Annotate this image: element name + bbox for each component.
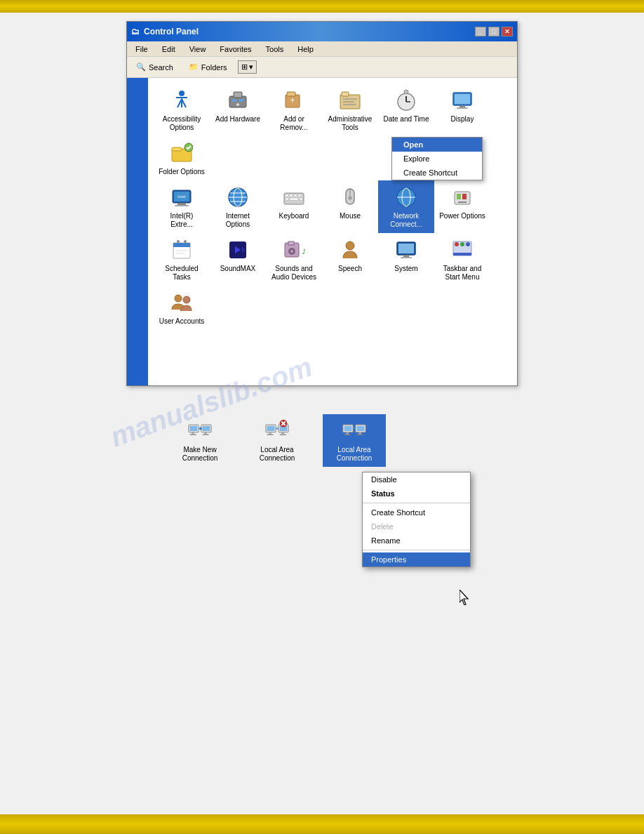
svg-rect-50 (457, 194, 461, 199)
svg-rect-92 (267, 435, 274, 435)
date-time-label: Date and Time (383, 115, 429, 124)
svg-rect-2 (234, 92, 242, 98)
icon-system[interactable]: System (378, 233, 434, 286)
cursor (459, 590, 469, 607)
icon-admin-tools[interactable]: AdministrativeTools (322, 84, 378, 136)
add-hardware-label: Add Hardware (215, 115, 260, 124)
icon-folder-options[interactable]: Folder Options (154, 136, 210, 180)
svg-rect-27 (177, 203, 186, 205)
display-label: Display (451, 115, 474, 124)
svg-rect-91 (269, 432, 271, 435)
icon-add-remove[interactable]: + Add orRemov... (266, 84, 322, 136)
user-accounts-label: User Accounts (159, 317, 204, 326)
svg-rect-4 (239, 99, 243, 102)
svg-point-56 (184, 240, 187, 243)
svg-rect-82 (190, 435, 196, 435)
content-area: AccessibilityOptions Add Hardware + Add … (127, 78, 517, 385)
window-title: Control Panel (144, 27, 199, 37)
scheduled-tasks-icon (169, 237, 194, 263)
icon-local-area-1[interactable]: Local AreaConnection (246, 414, 309, 467)
keyboard-icon (281, 185, 307, 210)
svg-rect-40 (286, 198, 288, 200)
make-new-connection-icon (187, 418, 213, 444)
svg-rect-42 (300, 198, 302, 200)
icon-add-hardware[interactable]: Add Hardware (210, 84, 266, 136)
icon-internet-options[interactable]: InternetOptions (210, 180, 266, 233)
ctx2-delete[interactable]: Delete (363, 519, 470, 534)
ctx1-explore[interactable]: Explore (392, 152, 482, 166)
maximize-button[interactable]: □ (488, 27, 499, 37)
svg-point-17 (404, 90, 408, 94)
menu-view[interactable]: View (187, 44, 209, 55)
ctx2-create-shortcut[interactable]: Create Shortcut (363, 505, 470, 519)
svg-text:+: + (290, 95, 295, 105)
svg-rect-90 (267, 426, 275, 431)
icon-keyboard[interactable]: Keyboard (266, 180, 322, 233)
icon-accessibility[interactable]: AccessibilityOptions (154, 84, 210, 136)
icon-date-time[interactable]: Date and Time (378, 84, 434, 136)
svg-rect-106 (357, 426, 365, 431)
svg-marker-110 (459, 590, 468, 605)
icon-power-options[interactable]: Power Options (434, 180, 490, 233)
menu-bar: File Edit View Favorites Tools Help (127, 41, 517, 57)
views-button[interactable]: ⊞ ▾ (238, 60, 257, 74)
icon-speech[interactable]: Speech (322, 233, 378, 286)
menu-edit[interactable]: Edit (159, 44, 178, 55)
title-bar: 🗂 Control Panel _ □ ✕ (127, 22, 517, 41)
folders-button[interactable]: 📁 Folders (184, 60, 232, 74)
ctx1-create-shortcut[interactable]: Create Shortcut (392, 166, 482, 180)
icon-local-area-2[interactable]: Local AreaConnection (323, 414, 386, 467)
ctx2-properties[interactable]: Properties (363, 552, 470, 567)
ctx2-disable[interactable]: Disable (363, 472, 470, 486)
svg-point-76 (466, 242, 470, 246)
internet-options-icon (225, 185, 250, 210)
svg-rect-3 (232, 99, 236, 102)
svg-point-0 (179, 91, 185, 96)
ctx2-status[interactable]: Status (363, 486, 470, 501)
icon-scheduled-tasks[interactable]: ScheduledTasks (154, 233, 210, 286)
icon-intel[interactable]: Intel Intel(R)Extre... (154, 180, 210, 233)
date-time-icon (394, 88, 419, 113)
ctx2-rename[interactable]: Rename (363, 534, 470, 548)
minimize-button[interactable]: _ (475, 27, 486, 37)
svg-rect-39 (298, 194, 301, 197)
icon-display[interactable]: Display (434, 84, 490, 136)
svg-rect-107 (358, 432, 361, 435)
views-dropdown-arrow: ▾ (249, 62, 253, 72)
local-area-2-icon (342, 418, 367, 444)
intel-icon: Intel (169, 185, 194, 210)
svg-rect-81 (192, 432, 194, 435)
toolbar: 🔍 Search 📁 Folders ⊞ ▾ (127, 57, 517, 78)
add-remove-icon: + (281, 88, 307, 113)
menu-tools[interactable]: Tools (263, 44, 287, 55)
svg-point-67 (346, 241, 354, 250)
scheduled-tasks-label: ScheduledTasks (165, 265, 198, 282)
menu-file[interactable]: File (133, 44, 151, 55)
svg-rect-54 (173, 243, 190, 247)
icon-taskbar[interactable]: Taskbar andStart Menu (434, 233, 490, 286)
svg-rect-52 (458, 201, 467, 203)
svg-rect-28 (175, 205, 189, 206)
search-icon: 🔍 (136, 62, 146, 72)
svg-rect-19 (455, 94, 470, 104)
close-button[interactable]: ✕ (502, 27, 513, 37)
svg-rect-104 (344, 435, 351, 435)
icon-soundmax[interactable]: SoundMAX (210, 233, 266, 286)
menu-help[interactable]: Help (295, 44, 316, 55)
icon-user-accounts[interactable]: User Accounts (154, 286, 210, 330)
local-area-1-label: Local AreaConnection (260, 446, 295, 463)
svg-rect-21 (457, 107, 468, 109)
svg-rect-41 (290, 198, 298, 200)
search-button[interactable]: 🔍 Search (131, 60, 178, 74)
svg-rect-103 (346, 432, 349, 435)
svg-rect-80 (190, 426, 198, 431)
menu-favorites[interactable]: Favorites (217, 44, 254, 55)
icon-mouse[interactable]: Mouse (322, 180, 378, 233)
icon-network-connections[interactable]: NetworkConnect... (378, 180, 434, 233)
icon-sounds-audio[interactable]: ♪ Sounds andAudio Devices (266, 233, 322, 286)
svg-point-74 (455, 242, 459, 246)
admin-tools-label: AdministrativeTools (328, 115, 373, 132)
ctx1-open[interactable]: Open (392, 138, 482, 152)
icon-make-new-connection[interactable]: Make NewConnection (168, 414, 232, 467)
soundmax-icon (225, 237, 250, 263)
